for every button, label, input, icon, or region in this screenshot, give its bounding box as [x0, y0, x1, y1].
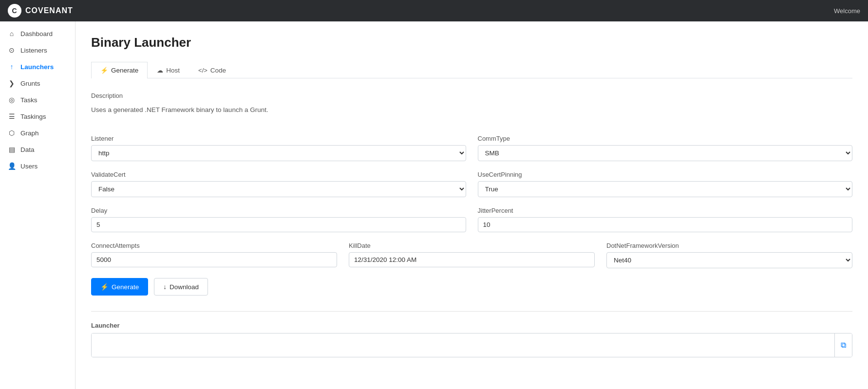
launcher-copy-button[interactable]: ⧉: [834, 333, 852, 357]
description-label: Description: [91, 92, 852, 99]
home-icon: ⌂: [8, 30, 16, 37]
group-validatecert: ValidateCert False True: [91, 171, 466, 197]
page-title: Binary Launcher: [91, 35, 852, 50]
group-commtype: CommType SMB HTTP HTTPS: [478, 135, 853, 161]
sidebar-item-taskings[interactable]: ☰ Taskings: [0, 108, 75, 125]
navbar: C COVENANT Welcome: [0, 0, 868, 21]
data-icon: ▤: [8, 146, 16, 153]
commtype-select[interactable]: SMB HTTP HTTPS: [478, 145, 853, 161]
brand-icon: C: [8, 4, 21, 18]
sidebar-label-data: Data: [20, 146, 35, 153]
welcome-text: Welcome: [834, 7, 860, 15]
listener-select[interactable]: http https smb: [91, 145, 466, 161]
group-usecertpinning: UseCertPinning True False: [478, 171, 853, 197]
launcher-textarea[interactable]: [92, 333, 834, 357]
sidebar-item-tasks[interactable]: ◎ Tasks: [0, 92, 75, 108]
group-dotnetframeworkversion: DotNetFrameworkVersion Net40 Net35 Net45: [606, 242, 852, 268]
group-listener: Listener http https smb: [91, 135, 466, 161]
usecertpinning-select[interactable]: True False: [478, 181, 853, 197]
tab-code-label: Code: [210, 67, 226, 74]
generate-tab-icon: ⚡: [100, 67, 108, 74]
group-jitterpercent: JitterPercent: [478, 207, 853, 232]
sidebar-label-tasks: Tasks: [20, 96, 38, 104]
generate-button[interactable]: ⚡ Generate: [91, 278, 148, 296]
tasks-icon: ◎: [8, 96, 16, 104]
copy-icon: ⧉: [841, 341, 846, 350]
brand-name: COVENANT: [25, 6, 73, 15]
usecertpinning-label: UseCertPinning: [478, 171, 853, 178]
killdate-input[interactable]: [349, 252, 595, 267]
row-validatecert-usecertpinning: ValidateCert False True UseCertPinning T…: [91, 171, 852, 197]
generate-button-label: Generate: [112, 283, 139, 291]
section-divider: [91, 311, 852, 312]
main-layout: ⌂ Dashboard ⊙ Listeners ↑ Launchers ❯ Gr…: [0, 21, 868, 389]
sidebar-item-data[interactable]: ▤ Data: [0, 141, 75, 158]
graph-icon: ⬡: [8, 129, 16, 137]
jitterpercent-label: JitterPercent: [478, 207, 853, 214]
sidebar-item-dashboard[interactable]: ⌂ Dashboard: [0, 25, 75, 42]
tab-generate[interactable]: ⚡ Generate: [91, 62, 148, 78]
killdate-label: KillDate: [349, 242, 595, 249]
brand: C COVENANT: [8, 4, 73, 18]
sidebar-label-graph: Graph: [20, 130, 39, 137]
validatecert-label: ValidateCert: [91, 171, 466, 178]
dotnetframeworkversion-select[interactable]: Net40 Net35 Net45: [606, 252, 852, 268]
delay-input[interactable]: [91, 217, 466, 232]
launchers-icon: ↑: [8, 63, 16, 71]
row-listener-commtype: Listener http https smb CommType SMB HTT…: [91, 135, 852, 161]
validatecert-select[interactable]: False True: [91, 181, 466, 197]
sidebar-label-taskings: Taskings: [20, 113, 46, 120]
listeners-icon: ⊙: [8, 46, 16, 54]
commtype-label: CommType: [478, 135, 853, 142]
sidebar-label-listeners: Listeners: [20, 47, 47, 54]
group-connectattempts: ConnectAttempts: [91, 242, 337, 268]
sidebar-item-grunts[interactable]: ❯ Grunts: [0, 75, 75, 92]
sidebar-item-launchers[interactable]: ↑ Launchers: [0, 58, 75, 75]
connectattempts-input[interactable]: [91, 252, 337, 267]
host-tab-icon: ☁: [157, 67, 163, 74]
launcher-textarea-container: ⧉: [91, 333, 852, 357]
row-delay-jitter: Delay JitterPercent: [91, 207, 852, 232]
tab-code[interactable]: </> Code: [189, 62, 235, 78]
users-icon: 👤: [8, 162, 16, 170]
sidebar: ⌂ Dashboard ⊙ Listeners ↑ Launchers ❯ Gr…: [0, 21, 75, 389]
content-area: Binary Launcher ⚡ Generate ☁ Host </> Co…: [75, 21, 868, 389]
download-button-icon: ↓: [163, 283, 167, 291]
description-text: Uses a generated .NET Framework binary t…: [91, 106, 852, 113]
sidebar-item-users[interactable]: 👤 Users: [0, 158, 75, 174]
sidebar-item-listeners[interactable]: ⊙ Listeners: [0, 42, 75, 58]
generate-button-icon: ⚡: [100, 283, 109, 291]
listener-label: Listener: [91, 135, 466, 142]
tab-host[interactable]: ☁ Host: [148, 62, 189, 78]
action-buttons: ⚡ Generate ↓ Download: [91, 278, 852, 296]
sidebar-label-users: Users: [20, 163, 38, 170]
launcher-section: Launcher ⧉: [91, 321, 852, 357]
delay-label: Delay: [91, 207, 466, 214]
sidebar-label-launchers: Launchers: [20, 63, 54, 71]
sidebar-label-grunts: Grunts: [20, 80, 40, 87]
download-button[interactable]: ↓ Download: [154, 278, 208, 296]
code-tab-icon: </>: [198, 67, 208, 74]
taskings-icon: ☰: [8, 112, 16, 120]
tab-host-label: Host: [166, 67, 180, 74]
group-delay: Delay: [91, 207, 466, 232]
grunts-icon: ❯: [8, 79, 16, 87]
group-killdate: KillDate: [349, 242, 595, 268]
sidebar-item-graph[interactable]: ⬡ Graph: [0, 125, 75, 141]
row-connect-kill-dotnet: ConnectAttempts KillDate DotNetFramework…: [91, 242, 852, 268]
tab-generate-label: Generate: [111, 67, 138, 74]
connectattempts-label: ConnectAttempts: [91, 242, 337, 249]
sidebar-label-dashboard: Dashboard: [20, 30, 53, 37]
jitterpercent-input[interactable]: [478, 217, 853, 232]
tabs-container: ⚡ Generate ☁ Host </> Code: [91, 62, 852, 78]
dotnetframeworkversion-label: DotNetFrameworkVersion: [606, 242, 852, 249]
launcher-section-label: Launcher: [91, 322, 120, 329]
download-button-label: Download: [170, 283, 199, 291]
